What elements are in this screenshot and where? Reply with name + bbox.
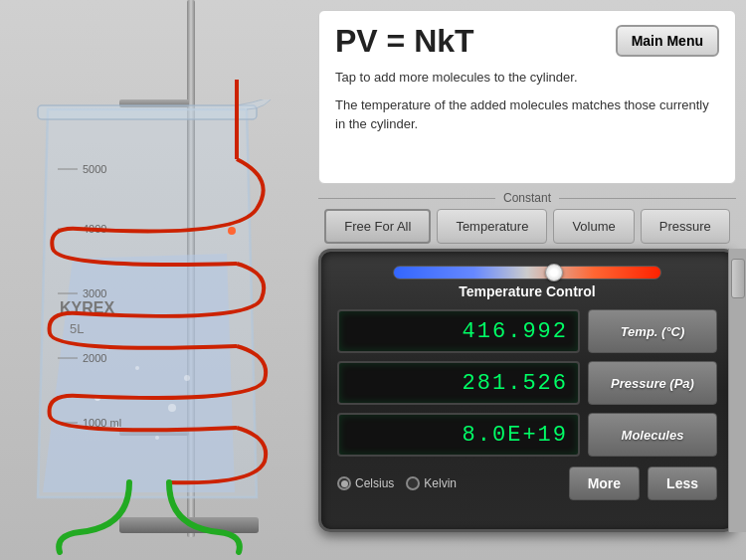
slider-row bbox=[337, 266, 717, 280]
constant-label-row: Constant bbox=[318, 191, 736, 205]
right-panel: PV = NkT Tap to add more molecules to th… bbox=[308, 0, 746, 560]
svg-point-1 bbox=[94, 395, 100, 401]
svg-text:KYREX: KYREX bbox=[60, 299, 114, 316]
main-menu-button[interactable]: Main Menu bbox=[616, 25, 719, 57]
temp-label-text: Temp. (°C) bbox=[621, 324, 685, 339]
scrollbar-thumb[interactable] bbox=[731, 259, 745, 298]
pressure-label: Pressure (Pa) bbox=[588, 361, 717, 405]
bottom-btn-row: Celsius Kelvin More Less bbox=[337, 467, 717, 500]
more-button[interactable]: More bbox=[569, 467, 640, 500]
pressure-label-text: Pressure (Pa) bbox=[611, 376, 694, 391]
slider-thumb[interactable] bbox=[545, 264, 563, 281]
units-radio-group: Celsius Kelvin bbox=[337, 476, 561, 490]
pressure-display: 281.526 bbox=[337, 361, 580, 405]
svg-point-2 bbox=[135, 366, 139, 370]
kelvin-radio-circle[interactable] bbox=[406, 476, 420, 490]
tab-volume[interactable]: Volume bbox=[553, 209, 634, 244]
constant-label: Constant bbox=[495, 191, 559, 205]
svg-point-7 bbox=[155, 436, 159, 440]
constant-area: Constant Free For All Temperature Volume… bbox=[318, 191, 736, 244]
celsius-label: Celsius bbox=[355, 476, 394, 490]
celsius-radio-circle[interactable] bbox=[337, 476, 351, 490]
molecules-readout-row: 8.0E+19 Molecules bbox=[337, 413, 717, 457]
temp-control-label: Temperature Control bbox=[337, 283, 717, 299]
molecules-label-text: Molecules bbox=[622, 428, 684, 443]
svg-text:1000 ml: 1000 ml bbox=[83, 417, 121, 429]
svg-point-3 bbox=[168, 404, 176, 412]
tabs-row: Free For All Temperature Volume Pressure bbox=[318, 209, 736, 244]
svg-rect-0 bbox=[38, 105, 257, 119]
lab-area: 5000 4000 3000 2000 1000 ml KYREX 5L bbox=[0, 0, 308, 560]
tab-pressure[interactable]: Pressure bbox=[641, 209, 730, 244]
info-text-1: Tap to add more molecules to the cylinde… bbox=[335, 68, 719, 88]
tab-temperature[interactable]: Temperature bbox=[437, 209, 547, 244]
stand-base bbox=[119, 517, 259, 533]
svg-text:3000: 3000 bbox=[83, 287, 106, 299]
less-button[interactable]: Less bbox=[648, 467, 717, 500]
svg-text:5000: 5000 bbox=[83, 163, 106, 175]
info-text-2: The temperature of the added molecules m… bbox=[335, 95, 719, 134]
svg-point-5 bbox=[184, 375, 190, 381]
svg-text:4000: 4000 bbox=[83, 223, 106, 235]
temp-value: 416.992 bbox=[463, 319, 568, 344]
celsius-radio[interactable]: Celsius bbox=[337, 476, 394, 490]
kelvin-label: Kelvin bbox=[424, 476, 457, 490]
molecules-display: 8.0E+19 bbox=[337, 413, 580, 457]
molecules-value: 8.0E+19 bbox=[463, 423, 568, 448]
molecules-label: Molecules bbox=[588, 413, 717, 457]
svg-text:5L: 5L bbox=[70, 321, 84, 336]
beaker: 5000 4000 3000 2000 1000 ml KYREX 5L bbox=[18, 99, 277, 507]
pressure-readout-row: 281.526 Pressure (Pa) bbox=[337, 361, 717, 405]
control-unit: Temperature Control 416.992 Temp. (°C) 2… bbox=[318, 249, 736, 532]
info-box: PV = NkT Tap to add more molecules to th… bbox=[318, 10, 736, 184]
kelvin-radio[interactable]: Kelvin bbox=[406, 476, 457, 490]
temp-readout-row: 416.992 Temp. (°C) bbox=[337, 309, 717, 353]
temp-display: 416.992 bbox=[337, 309, 580, 353]
svg-point-6 bbox=[105, 346, 109, 350]
temperature-slider[interactable] bbox=[393, 266, 661, 280]
tab-free-for-all[interactable]: Free For All bbox=[324, 209, 431, 244]
scrollbar[interactable] bbox=[728, 249, 746, 532]
temp-label: Temp. (°C) bbox=[588, 309, 717, 353]
svg-text:2000: 2000 bbox=[83, 352, 106, 364]
pressure-value: 281.526 bbox=[463, 371, 568, 396]
